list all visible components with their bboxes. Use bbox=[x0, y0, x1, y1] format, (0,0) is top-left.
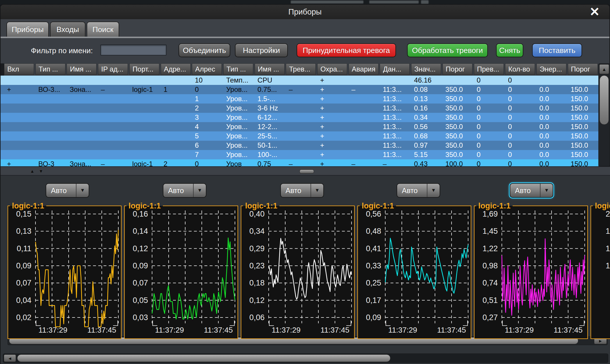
table-cell: Темп... bbox=[223, 76, 253, 85]
table-cell: 0 bbox=[474, 131, 504, 141]
table-cell bbox=[161, 122, 191, 131]
table-cell: + bbox=[4, 159, 34, 166]
table-cell: 4 bbox=[192, 122, 222, 131]
column-header[interactable]: Охра... bbox=[317, 63, 347, 75]
table-cell: + bbox=[317, 104, 347, 113]
y-axis-tick-label: 0,33 bbox=[358, 262, 381, 270]
column-header[interactable]: Авария bbox=[349, 63, 379, 75]
table-cell bbox=[349, 113, 379, 122]
table-cell bbox=[35, 94, 65, 104]
table-cell bbox=[4, 131, 34, 141]
column-header[interactable]: Знач... bbox=[411, 63, 441, 75]
column-header[interactable]: Энер... bbox=[536, 63, 566, 75]
scale-combo[interactable]: Авто▼ bbox=[163, 183, 206, 198]
table-row[interactable]: 4Уров...12-2...+11:3...0.56350.0000.0150… bbox=[1, 122, 598, 131]
splitter-grip[interactable] bbox=[299, 169, 314, 174]
settings-button[interactable]: Настройки bbox=[235, 43, 288, 57]
table-cell: 6-12... bbox=[255, 113, 285, 122]
table-cell bbox=[4, 104, 34, 113]
column-header[interactable]: Порт... bbox=[129, 63, 159, 75]
table-cell bbox=[161, 141, 191, 150]
column-header[interactable]: Дан... bbox=[380, 63, 410, 75]
column-header[interactable]: Тип ... bbox=[223, 63, 253, 75]
table-cell: + bbox=[317, 159, 347, 166]
column-header[interactable]: Трев... bbox=[286, 63, 316, 75]
column-header[interactable]: Прев... bbox=[474, 63, 504, 75]
column-header[interactable]: Порог bbox=[443, 63, 472, 75]
column-header[interactable]: Вкл bbox=[4, 63, 34, 75]
scale-combo[interactable]: Авто▼ bbox=[46, 183, 89, 198]
scale-combo[interactable]: Авто▼ bbox=[397, 183, 440, 198]
table-cell: 0.0 bbox=[536, 150, 566, 159]
table-row[interactable]: 7Уров...100-...+11:3...5.15350.0000.0150… bbox=[1, 150, 598, 159]
disarm-button[interactable]: Снять bbox=[496, 43, 523, 57]
table-cell: 0 bbox=[505, 131, 535, 141]
table-cell: ВО-3... bbox=[35, 85, 65, 94]
table-row[interactable]: +ВО-3Зона...–logic-120Уров0.75–+––0.4310… bbox=[1, 159, 598, 166]
close-icon[interactable]: ✕ bbox=[587, 5, 602, 19]
table-cell: 0.0 bbox=[536, 131, 566, 141]
chart-panel: 2118151296311:37:2911:37:45logic-1:1 bbox=[591, 202, 610, 339]
splitter-up-icon[interactable]: ▲ bbox=[28, 169, 36, 174]
table-cell: 0.16 bbox=[411, 104, 441, 113]
table-cell: 0.0 bbox=[536, 94, 566, 104]
x-axis-tick-label: 11:37:29 bbox=[388, 326, 417, 334]
tab-Входы[interactable]: Входы bbox=[50, 22, 85, 37]
filter-input[interactable] bbox=[100, 44, 167, 56]
table-cell bbox=[98, 122, 128, 131]
window-horizontal-scrollbar[interactable]: ◄ bbox=[3, 354, 608, 363]
column-header[interactable]: IP ад... bbox=[98, 63, 128, 75]
column-header[interactable]: Имя ... bbox=[67, 63, 97, 75]
table-cell: 0 bbox=[505, 122, 535, 131]
table-cell: 350.0 bbox=[443, 131, 472, 141]
vertical-scroll-thumb[interactable] bbox=[600, 75, 609, 125]
force-alarm-button[interactable]: Принудительная тревога bbox=[297, 43, 396, 57]
table-cell bbox=[67, 94, 97, 104]
process-alarms-button[interactable]: Обработать тревоги bbox=[407, 43, 488, 57]
y-axis-tick-label: 1,45 bbox=[475, 227, 498, 235]
table-cell: 11:3... bbox=[380, 113, 410, 122]
merge-button[interactable]: Объединить bbox=[179, 43, 230, 57]
table-row[interactable]: 6Уров...50-1...+11:3...0.97350.0000.0150… bbox=[1, 141, 598, 150]
scroll-up-button[interactable]: ▲ bbox=[599, 64, 609, 74]
table-row[interactable]: 10Темп...CPU+46.1600 bbox=[1, 76, 598, 85]
column-header[interactable]: Адре... bbox=[161, 63, 191, 75]
table-cell: – bbox=[98, 85, 128, 94]
table-cell: 25-5... bbox=[255, 131, 285, 141]
table-cell: 0.34 bbox=[411, 113, 441, 122]
tab-Поиск[interactable]: Поиск bbox=[87, 22, 119, 37]
column-header[interactable]: Порог bbox=[568, 63, 598, 75]
table-vertical-scrollbar[interactable]: ▲ bbox=[598, 63, 610, 166]
table-row[interactable]: 5Уров...25-5...+11:3...0.68350.0000.0150… bbox=[1, 131, 598, 141]
table-row[interactable]: 2Уров...3-6 Hz+11:3...0.16350.0000.0150.… bbox=[1, 104, 598, 113]
chevron-down-icon: ▼ bbox=[427, 184, 440, 197]
table-row[interactable]: 1Уров...1.5-...+11:3...0.13350.0000.0150… bbox=[1, 94, 598, 104]
splitter-bar[interactable]: ▲ ▼ bbox=[1, 166, 610, 176]
table-cell bbox=[98, 94, 128, 104]
scroll-left-button[interactable]: ◄ bbox=[4, 354, 16, 362]
column-header[interactable]: Кол-во bbox=[505, 63, 535, 75]
y-axis-tick-label: 0,03 bbox=[125, 313, 148, 322]
table-cell bbox=[67, 131, 97, 141]
y-axis-tick-label: 0,23 bbox=[241, 262, 265, 270]
table-row[interactable]: 3Уров...6-12...+11:3...0.34350.0000.0150… bbox=[1, 113, 598, 122]
table-cell bbox=[568, 76, 598, 85]
scale-combo[interactable]: Авто▼ bbox=[280, 183, 324, 198]
table-cell bbox=[129, 113, 159, 122]
background-icon bbox=[421, 0, 429, 4]
column-header[interactable]: Тип ... bbox=[35, 63, 65, 75]
tab-Приборы[interactable]: Приборы bbox=[6, 22, 49, 37]
splitter-down-icon[interactable]: ▼ bbox=[37, 169, 45, 174]
table-cell bbox=[67, 122, 97, 131]
chart-title-row: logic-1:1 bbox=[8, 202, 122, 210]
table-cell: Уров... bbox=[223, 113, 253, 122]
window-scroll-thumb[interactable] bbox=[17, 354, 390, 362]
chart-plot-box: 0,400,340,290,230,180,120,0611:37:2911:3… bbox=[241, 206, 355, 339]
scale-combo[interactable]: Авто▼ bbox=[510, 183, 553, 198]
column-header[interactable]: Имя ... bbox=[255, 63, 285, 75]
table-cell: 1 bbox=[161, 85, 191, 94]
column-header[interactable]: Алрес bbox=[192, 63, 222, 75]
arm-button[interactable]: Поставить bbox=[532, 43, 582, 57]
combo-value: Авто bbox=[397, 184, 427, 197]
table-row[interactable]: +ВО-3...Зона...–logic-110Уров...0.75...–… bbox=[1, 85, 598, 94]
